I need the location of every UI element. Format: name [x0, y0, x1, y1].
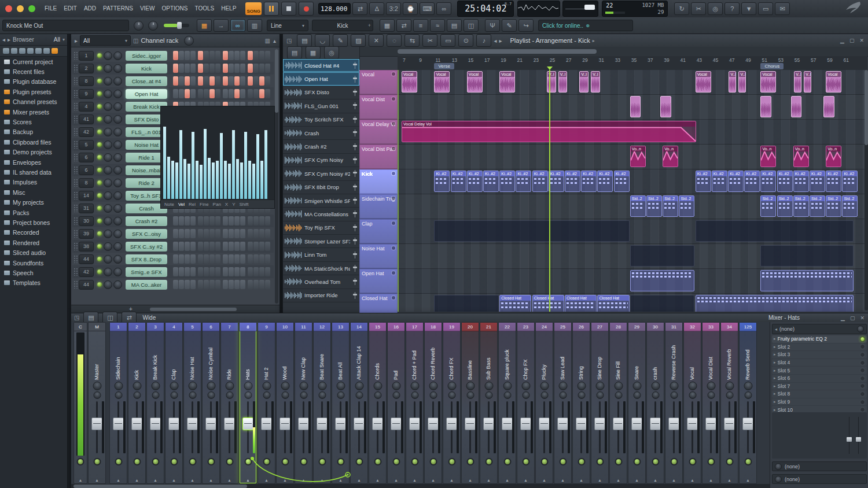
- rack-swing-knob[interactable]: [184, 36, 194, 46]
- track-header-vocal-dist-pan[interactable]: Vocal Dist Pan: [359, 145, 398, 169]
- strip-route-arrow[interactable]: ▲: [406, 478, 423, 482]
- channel-mute-led[interactable]: [97, 155, 102, 160]
- channel-mute-led[interactable]: [97, 219, 102, 223]
- collapse-icon[interactable]: ▴: [273, 38, 276, 44]
- channel-number[interactable]: 1: [79, 51, 94, 61]
- track-mute-dot[interactable]: [392, 72, 395, 76]
- clip-v-l[interactable]: V..l: [558, 71, 568, 93]
- step-cell[interactable]: [215, 216, 220, 225]
- clip-ki-2[interactable]: Ki..#2: [581, 171, 597, 192]
- oscilloscope[interactable]: [517, 1, 560, 17]
- strip-pan-knob[interactable]: [484, 382, 493, 390]
- menu-help[interactable]: HELP: [218, 0, 240, 17]
- step-cell[interactable]: [223, 242, 228, 251]
- strip-stereo-knob[interactable]: [281, 391, 289, 399]
- browser-item-templates[interactable]: Templates: [0, 278, 67, 288]
- mixer-strip-break-kick[interactable]: 3Break Kick▲: [146, 322, 164, 484]
- step-cell[interactable]: [198, 242, 203, 251]
- track-mute-dot[interactable]: [392, 296, 395, 300]
- song-arrow-icon[interactable]: →: [214, 19, 229, 32]
- track-header-noise-hat[interactable]: Noise Hat: [359, 244, 398, 269]
- velocity-bar[interactable]: [196, 161, 198, 199]
- channel-number[interactable]: 44: [79, 280, 94, 290]
- strip-stereo-knob[interactable]: [429, 391, 437, 399]
- slot-enable-led[interactable]: [860, 344, 865, 349]
- mixer-scrollbar[interactable]: [71, 484, 770, 488]
- step-cell[interactable]: [265, 51, 270, 60]
- mixer-strip-noise-cymbal[interactable]: 6Noise Cymbal▲: [202, 322, 220, 484]
- strip-stereo-knob[interactable]: [633, 391, 641, 399]
- fx-slot-2[interactable]: ▸Slot 2: [772, 343, 867, 351]
- step-cell[interactable]: [173, 254, 178, 264]
- select-icon[interactable]: ▭: [440, 34, 455, 47]
- step-cell[interactable]: [253, 267, 259, 276]
- step-cell[interactable]: [215, 254, 220, 264]
- channel-pan-knob[interactable]: [104, 102, 112, 111]
- step-cell[interactable]: [248, 216, 253, 225]
- channel-volume-knob[interactable]: [113, 204, 122, 213]
- channel-pan-knob[interactable]: [104, 204, 112, 213]
- channel-volume-knob[interactable]: [113, 102, 122, 111]
- slot-enable-led[interactable]: [860, 400, 865, 405]
- drag-handle[interactable]: [73, 179, 78, 187]
- step-cell[interactable]: [209, 76, 215, 86]
- step-cell[interactable]: [190, 51, 196, 60]
- strip-stereo-knob[interactable]: [652, 391, 659, 399]
- step-cell[interactable]: [185, 254, 190, 264]
- channel-volume-knob[interactable]: [113, 90, 122, 98]
- step-cell[interactable]: [185, 242, 190, 251]
- channel-number[interactable]: 38: [79, 242, 94, 252]
- track-mute-dot[interactable]: [392, 172, 395, 175]
- strip-route-arrow[interactable]: ▲: [665, 478, 682, 482]
- strip-route-arrow[interactable]: ▲: [499, 478, 516, 482]
- fx-slot-9[interactable]: ▸Slot 9: [772, 398, 867, 406]
- strip-route-arrow[interactable]: ▲: [351, 478, 367, 482]
- step-cell[interactable]: [198, 64, 203, 73]
- paint-icon[interactable]: ▨: [351, 34, 366, 47]
- strip-pan-knob[interactable]: [133, 382, 141, 390]
- strip-fader[interactable]: [113, 417, 124, 430]
- step-cell[interactable]: [209, 89, 215, 98]
- rack-filter-selector[interactable]: All▾: [80, 35, 131, 46]
- drag-handle[interactable]: [73, 153, 78, 161]
- clip-vocal[interactable]: Vocal: [402, 71, 417, 93]
- project-title-field[interactable]: [2, 20, 129, 31]
- strip-stereo-knob[interactable]: [300, 391, 307, 399]
- channel-volume-knob[interactable]: [113, 280, 122, 289]
- step-cell[interactable]: [265, 76, 270, 86]
- picker-item-toy-scritch-sfx[interactable]: Toy Scritch SFX: [283, 113, 359, 127]
- strip-pan-knob[interactable]: [151, 382, 160, 390]
- strip-stereo-knob[interactable]: [355, 391, 363, 399]
- shuffle-slider[interactable]: [164, 24, 189, 27]
- clip-ki-2[interactable]: Ki..#2: [565, 171, 580, 192]
- clip-vo-n[interactable]: Vo..n: [826, 146, 841, 167]
- clip-muted[interactable]: [434, 220, 629, 242]
- clip-sid-2[interactable]: Sid..2: [760, 195, 776, 217]
- help-icon[interactable]: ?: [724, 2, 740, 15]
- strip-stereo-knob[interactable]: [392, 391, 400, 399]
- channel-mute-led[interactable]: [97, 282, 102, 287]
- strip-route-arrow[interactable]: ▲: [74, 478, 87, 482]
- strip-mute-led[interactable]: [707, 458, 715, 465]
- strip-stereo-knob[interactable]: [318, 391, 326, 399]
- strip-route-arrow[interactable]: ▲: [240, 478, 256, 482]
- minimize-button[interactable]: ▁: [840, 315, 846, 321]
- redo-icon[interactable]: ↪: [518, 19, 534, 32]
- strip-pan-knob[interactable]: [225, 382, 234, 390]
- channel-pan-knob[interactable]: [104, 280, 112, 289]
- clip-ki-2[interactable]: Ki..#2: [760, 171, 776, 192]
- channel-mute-led[interactable]: [97, 269, 102, 274]
- channel-button-open-hat[interactable]: Open Hat: [126, 89, 167, 99]
- drag-handle[interactable]: [73, 230, 78, 238]
- step-cell[interactable]: [259, 51, 264, 60]
- step-cell[interactable]: [204, 229, 209, 238]
- clip-ki-2[interactable]: Ki..#2: [434, 171, 450, 192]
- step-cell[interactable]: [240, 254, 245, 264]
- strip-pan-knob[interactable]: [336, 382, 345, 390]
- step-cell[interactable]: [179, 64, 184, 73]
- picker-item-ma-staticshock-retro[interactable]: MA StaticShock Retro..: [283, 262, 359, 275]
- step-cell[interactable]: [215, 280, 220, 289]
- channel-button-sfx-c-oisy[interactable]: SFX C..oisy: [126, 229, 167, 239]
- drag-handle[interactable]: [73, 102, 78, 110]
- picker-item-sfx-disto[interactable]: SFX Disto: [283, 86, 359, 99]
